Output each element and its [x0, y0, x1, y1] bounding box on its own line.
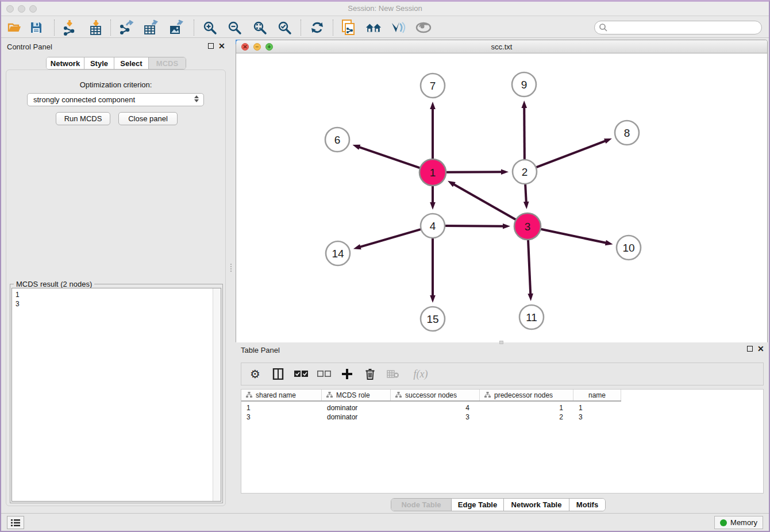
graph-node-label: 9 — [521, 79, 528, 91]
mcds-result-group: MCDS result (2 nodes) 1 3 — [10, 284, 223, 503]
zoom-out-icon[interactable] — [226, 19, 243, 36]
column-header[interactable]: MCDS role — [322, 390, 391, 400]
open-folder-icon[interactable] — [6, 19, 23, 36]
chevron-updown-icon — [194, 95, 199, 102]
home-icon[interactable] — [365, 19, 382, 36]
result-scrollbar[interactable] — [213, 288, 221, 501]
graph-node-label: 3 — [525, 221, 531, 233]
table-settings-gear-icon[interactable]: ⚙ — [248, 367, 262, 381]
network-window-titlebar[interactable]: ✕ − + scc.txt — [236, 40, 767, 53]
close-table-panel-icon[interactable]: ✕ — [757, 346, 764, 352]
tab-node-table[interactable]: Node Table — [391, 499, 452, 511]
float-table-panel-icon[interactable] — [747, 346, 753, 352]
tab-style[interactable]: Style — [84, 57, 114, 69]
table-panel-window-controls: ✕ — [747, 346, 764, 352]
fit-content-icon[interactable] — [251, 19, 268, 36]
tab-motifs[interactable]: Motifs — [569, 499, 605, 511]
table-panel-title: Table Panel — [241, 346, 280, 354]
tab-edge-table[interactable]: Edge Table — [452, 499, 504, 511]
memory-status-dot — [720, 519, 727, 526]
cell-mcds-role: dominator — [322, 403, 391, 413]
status-bar: Memory — [1, 513, 769, 531]
table-panel-tabs: Node Table Edge Table Network Table Moti… — [391, 498, 606, 511]
network-canvas[interactable]: 7968124314101511 — [236, 53, 767, 342]
import-network-icon[interactable] — [61, 19, 78, 36]
cell-shared-name: 3 — [241, 413, 322, 422]
zoom-selected-icon[interactable] — [276, 19, 293, 36]
column-header[interactable]: successor nodes — [391, 390, 480, 400]
float-panel-icon[interactable] — [208, 43, 214, 49]
refresh-icon[interactable] — [309, 19, 326, 36]
function-builder-icon[interactable]: f(x) — [409, 367, 432, 381]
search-icon — [599, 23, 608, 32]
export-image-icon[interactable] — [168, 19, 185, 36]
cell-predecessor-nodes: 1 — [480, 403, 573, 413]
main-toolbar — [1, 17, 769, 38]
delete-trash-icon[interactable] — [363, 367, 377, 381]
tab-network[interactable]: Network — [47, 57, 84, 69]
control-panel-tabs: Network Style Select MCDS — [46, 57, 186, 70]
memory-button[interactable]: Memory — [714, 516, 763, 529]
window-titlebar: Session: New Session — [1, 2, 769, 16]
network-window-title: scc.txt — [236, 43, 767, 51]
show-columns-icon[interactable] — [271, 367, 285, 381]
delete-table-icon[interactable] — [386, 367, 400, 381]
column-header[interactable]: shared name — [241, 390, 322, 400]
deselect-all-icon[interactable] — [317, 367, 331, 381]
mcds-panel: Optimization criterion: strongly connect… — [6, 70, 226, 506]
table-row[interactable]: 3 dominator 3 2 3 — [241, 413, 621, 422]
graph-node-label: 2 — [522, 166, 528, 178]
frame-resize-handle[interactable] — [499, 341, 503, 344]
export-network-icon[interactable] — [118, 19, 135, 36]
apply-style-icon[interactable] — [390, 19, 407, 36]
cell-shared-name: 1 — [241, 403, 322, 413]
zoom-in-icon[interactable] — [201, 19, 218, 36]
cell-successor-nodes: 3 — [391, 413, 480, 422]
list-icon — [11, 519, 20, 527]
export-table-icon[interactable] — [143, 19, 160, 36]
control-panel-title: Control Panel — [7, 43, 52, 51]
network-window: ✕ − + scc.txt 7968124314101511 — [236, 40, 768, 342]
criterion-select[interactable]: strongly connected component — [27, 93, 204, 106]
graph-node-label: 11 — [526, 311, 537, 323]
result-line: 1 — [16, 290, 221, 299]
graph-node-label: 14 — [332, 248, 344, 260]
import-table-icon[interactable] — [87, 19, 105, 36]
select-all-icon[interactable] — [294, 367, 308, 381]
run-mcds-button[interactable]: Run MCDS — [56, 112, 110, 125]
column-header[interactable]: predecessor nodes — [480, 390, 573, 400]
hierarchy-icon — [326, 392, 333, 398]
add-column-plus-icon[interactable] — [340, 367, 354, 381]
hierarchy-icon — [484, 392, 491, 398]
node-table: shared name MCDS role successor nodes pr… — [241, 389, 764, 494]
show-hide-icon[interactable] — [415, 19, 432, 36]
tab-network-table[interactable]: Network Table — [504, 499, 569, 511]
panel-splitter-handle[interactable] — [230, 264, 232, 272]
close-panel-icon[interactable]: ✕ — [218, 43, 225, 49]
close-panel-button[interactable]: Close panel — [118, 112, 178, 125]
table-header-row: shared name MCDS role successor nodes pr… — [241, 390, 621, 402]
clone-network-icon[interactable] — [340, 19, 357, 36]
cell-name: 3 — [573, 413, 621, 422]
column-header[interactable]: name — [573, 390, 621, 400]
hierarchy-icon — [395, 392, 402, 398]
network-graph: 7968124314101511 — [236, 53, 767, 342]
graph-node-label: 15 — [426, 313, 438, 325]
hierarchy-icon — [246, 392, 252, 398]
result-line: 3 — [16, 299, 221, 309]
search-input[interactable] — [594, 21, 762, 34]
control-panel-window-controls: ✕ — [208, 43, 225, 49]
cell-mcds-role: dominator — [322, 413, 391, 422]
criterion-value: strongly connected component — [33, 95, 135, 104]
tab-select[interactable]: Select — [114, 57, 149, 69]
cell-predecessor-nodes: 2 — [480, 413, 573, 422]
graph-node-label: 6 — [334, 134, 341, 146]
graph-node-label: 7 — [430, 80, 436, 92]
optimization-criterion-label: Optimization criterion: — [6, 80, 225, 89]
save-icon[interactable] — [28, 19, 45, 36]
mcds-result-text[interactable]: 1 3 — [11, 288, 221, 502]
table-row[interactable]: 1 dominator 4 1 1 — [241, 403, 621, 413]
task-history-button[interactable] — [7, 516, 24, 529]
tab-mcds[interactable]: MCDS — [149, 57, 186, 69]
cell-successor-nodes: 4 — [391, 403, 480, 413]
